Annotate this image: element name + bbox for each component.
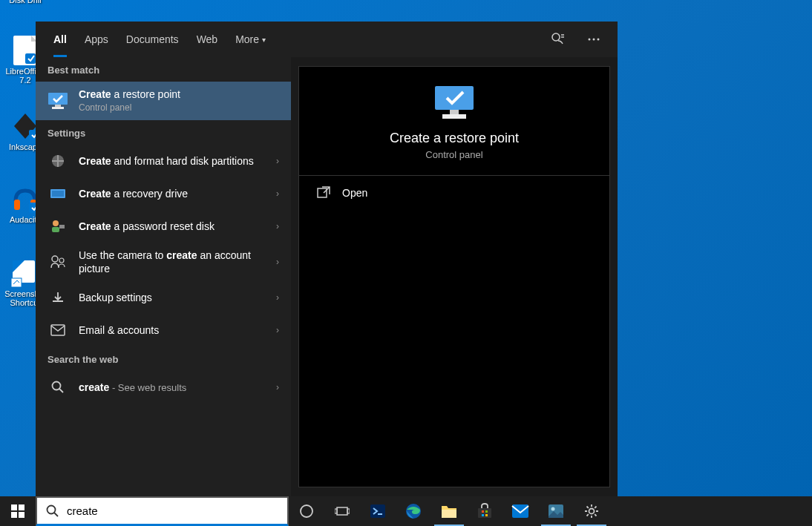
result-settings-3[interactable]: Use the camera to create an account pict… [36, 243, 291, 281]
svg-point-25 [59, 258, 64, 263]
results-column: Best match Create a restore point Contro… [36, 57, 291, 496]
svg-rect-32 [11, 504, 17, 510]
folder-icon [440, 503, 458, 519]
partition-icon [48, 151, 68, 171]
chevron-right-icon: › [276, 188, 279, 199]
windows-icon [11, 504, 24, 518]
svg-rect-38 [337, 507, 347, 515]
chevron-right-icon: › [276, 156, 279, 166]
chevron-right-icon: › [276, 257, 279, 267]
svg-rect-30 [442, 114, 466, 119]
svg-rect-22 [52, 227, 59, 232]
search-panel: All Apps Documents Web More▾ Best match … [36, 22, 618, 496]
svg-rect-26 [51, 325, 65, 335]
section-search-web: Search the web [36, 346, 291, 371]
result-settings-4[interactable]: Backup settings › [36, 281, 291, 314]
preview-subtitle: Control panel [425, 149, 482, 160]
monitor-check-icon [432, 85, 477, 122]
chevron-right-icon: › [276, 325, 279, 335]
svg-rect-15 [52, 107, 64, 109]
taskbar-store[interactable] [467, 496, 502, 526]
preview-open-action[interactable]: Open [299, 176, 609, 210]
chevron-right-icon: › [276, 382, 279, 392]
svg-rect-20 [52, 191, 64, 197]
svg-point-36 [48, 505, 56, 513]
tab-more[interactable]: More▾ [226, 22, 275, 57]
taskbar-edge[interactable] [396, 496, 431, 526]
result-settings-0[interactable]: Create and format hard disk partitions › [36, 145, 291, 177]
taskview-icon [335, 504, 350, 519]
taskbar-settings[interactable] [574, 496, 609, 526]
svg-rect-1 [25, 53, 36, 64]
search-input[interactable] [67, 504, 278, 517]
taskbar-powershell[interactable] [360, 496, 396, 526]
monitor-check-icon [48, 91, 68, 111]
svg-rect-45 [482, 510, 484, 513]
svg-point-51 [551, 507, 555, 511]
search-tabs: All Apps Documents Web More▾ [36, 22, 618, 57]
edge-icon [405, 502, 422, 520]
svg-rect-23 [59, 225, 65, 229]
options-icon[interactable] [579, 24, 609, 54]
feedback-icon[interactable] [543, 24, 573, 54]
section-best-match: Best match [36, 57, 291, 82]
svg-rect-49 [512, 504, 528, 518]
taskbar-photos[interactable] [538, 496, 574, 526]
svg-rect-33 [19, 504, 24, 510]
svg-rect-47 [482, 514, 484, 516]
photos-icon [547, 503, 565, 519]
svg-rect-14 [55, 105, 61, 107]
taskbar-search-box[interactable] [36, 496, 289, 526]
password-reset-icon [48, 216, 68, 237]
desktop-icon-diskdrill[interactable]: Disk Drill [7, 0, 43, 4]
svg-point-21 [53, 220, 59, 226]
search-icon [46, 504, 59, 518]
chevron-right-icon: › [276, 221, 279, 231]
section-settings: Settings [36, 120, 291, 145]
svg-point-12 [597, 39, 600, 41]
svg-rect-40 [347, 509, 350, 513]
preview-column: Create a restore point Control panel Ope… [291, 57, 618, 496]
svg-point-10 [589, 39, 591, 41]
svg-rect-18 [57, 155, 59, 167]
result-best-match[interactable]: Create a restore point Control panel [36, 82, 291, 120]
svg-rect-13 [48, 93, 68, 105]
store-icon [476, 502, 494, 520]
svg-point-24 [52, 256, 58, 262]
mail-icon [511, 504, 529, 519]
svg-point-37 [301, 505, 312, 517]
taskbar-mail[interactable] [502, 496, 538, 526]
taskbar-taskview[interactable] [324, 496, 360, 526]
svg-rect-8 [11, 278, 22, 287]
gear-icon [583, 503, 600, 519]
svg-rect-39 [335, 509, 337, 513]
backup-icon [48, 287, 68, 308]
result-settings-1[interactable]: Create a recovery drive › [36, 177, 291, 210]
svg-point-11 [593, 39, 595, 41]
tab-apps[interactable]: Apps [76, 22, 117, 57]
result-web-0[interactable]: create - See web results › [36, 371, 291, 404]
start-button[interactable] [0, 496, 36, 526]
svg-rect-4 [14, 200, 20, 210]
result-settings-5[interactable]: Email & accounts › [36, 314, 291, 346]
svg-rect-35 [19, 512, 24, 518]
svg-point-9 [552, 33, 560, 41]
taskbar-file-explorer[interactable] [431, 496, 467, 526]
email-accounts-icon [48, 320, 68, 341]
result-settings-2[interactable]: Create a password reset disk › [36, 210, 291, 243]
account-picture-icon [48, 252, 68, 272]
svg-rect-48 [485, 514, 488, 516]
chevron-down-icon: ▾ [262, 36, 266, 44]
tab-all[interactable]: All [45, 22, 76, 57]
svg-rect-31 [318, 188, 327, 197]
tab-documents[interactable]: Documents [117, 22, 188, 57]
svg-rect-44 [478, 508, 491, 518]
svg-rect-29 [450, 110, 459, 114]
preview-title: Create a restore point [390, 131, 519, 146]
taskbar-cortana[interactable] [289, 496, 324, 526]
svg-rect-43 [442, 510, 456, 518]
svg-rect-34 [11, 512, 17, 518]
search-icon [48, 377, 68, 398]
cortana-icon [299, 504, 314, 519]
tab-web[interactable]: Web [188, 22, 227, 57]
